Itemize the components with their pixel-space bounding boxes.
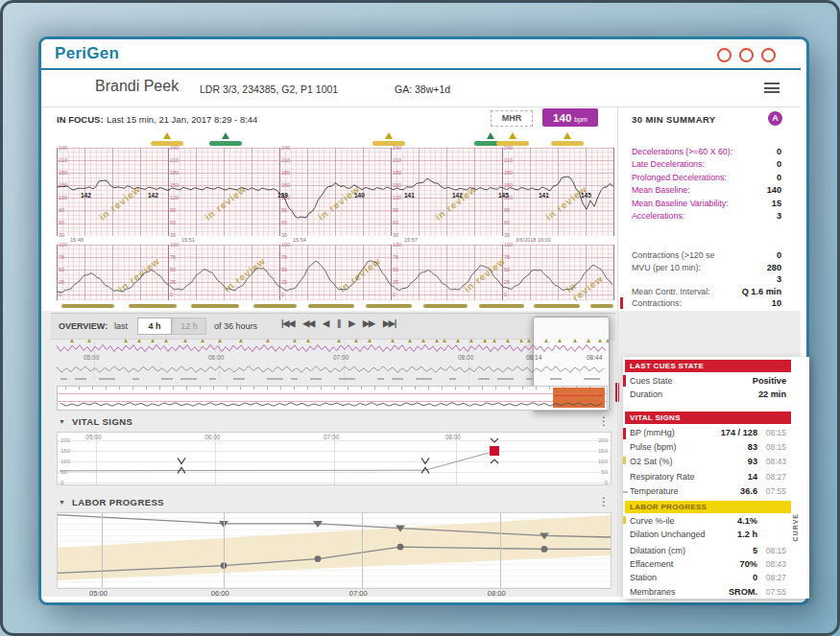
nav-skip-start-button[interactable]: |◀◀ <box>281 318 294 328</box>
range-4h-button[interactable]: 4 h <box>137 318 172 335</box>
lp-time-label: 07:00 <box>349 589 368 598</box>
labor-row-value: SROM. <box>652 587 757 597</box>
desktop-background: PeriGen Brandi Peek LDR 3/3, 234385, G2,… <box>0 0 840 636</box>
vitals-row-time: 08:15 <box>757 442 786 452</box>
main-content: IN FOCUS:Last 15 min, 21 Jan, 2017 8:29 … <box>41 107 801 597</box>
contraction-duration-bar <box>191 304 239 308</box>
dash-status-marker <box>623 491 628 493</box>
lp-gridline <box>500 513 501 588</box>
toco-strip-chart: 1007550250100755025010075502501007550250… <box>57 245 613 300</box>
fhr-baseline-value: 139 <box>277 192 288 199</box>
fhr-baseline-value: 141 <box>404 192 415 199</box>
vitals-row-time: 08:43 <box>757 457 786 466</box>
cues-row-label: Duration <box>630 389 662 399</box>
window-control-button[interactable] <box>717 48 732 62</box>
strip-time-label: 15:57 <box>404 237 418 243</box>
vital-signs-section-header[interactable]: ▼VITAL SIGNS⋮ <box>51 414 615 430</box>
toco-trace <box>57 245 613 300</box>
overview-strip[interactable]: 05:0006:0007:0008:0008:1408:44 <box>51 338 615 411</box>
contraction-duration-bar <box>308 304 354 308</box>
collapse-chevron-icon: ▼ <box>59 418 65 425</box>
lp-time-label: 05:00 <box>89 589 108 598</box>
window-control-button[interactable] <box>761 48 776 62</box>
contraction-duration-bar <box>61 304 114 308</box>
bpm-unit: bpm <box>574 110 588 129</box>
summary-row-value: Q 1.6 min <box>676 287 781 296</box>
vitals-row-value: 14 <box>652 472 757 482</box>
app-logo: PeriGen <box>55 44 119 63</box>
window-control-button[interactable] <box>739 48 754 62</box>
strip-panel-divider <box>613 148 614 236</box>
cues-row-value: Positive <box>681 376 786 386</box>
title-bar: PeriGen <box>41 39 801 70</box>
contraction-duration-bar <box>479 304 524 308</box>
contraction-duration-bar <box>253 304 297 308</box>
vitals-row-time: 08:27 <box>757 472 786 482</box>
summary-row-value: 15 <box>676 199 781 208</box>
labor-progress-section-header[interactable]: ▼LABOR PROGRESS⋮ <box>51 495 615 510</box>
fhr-baseline-value: 142 <box>452 192 463 199</box>
patient-name: Brandi Peek <box>95 78 179 95</box>
event-marker-bar <box>209 141 242 146</box>
fhr-baseline-value: 140 <box>354 192 365 199</box>
summary-row-value: 0 <box>676 147 781 156</box>
lp-time-label: 08:00 <box>488 589 506 598</box>
contraction-alert-bar <box>620 297 623 309</box>
strip-time-label: 15:54 <box>293 237 306 243</box>
labor-row-value: 1.2 h <box>652 530 757 539</box>
strip-time-label: 15:51 <box>181 237 195 243</box>
contraction-duration-bar <box>423 304 468 308</box>
lp-time-label: 06:00 <box>211 589 229 598</box>
patient-gestational-age: GA: 38w+1d <box>395 83 450 95</box>
mhr-button[interactable]: MHR <box>491 110 533 127</box>
overview-toolbar: OVERVIEW:last4 h12 hof 36 hours|◀◀◀◀◀||▶… <box>51 313 615 340</box>
vital-signs-section-menu-icon[interactable]: ⋮ <box>598 414 610 428</box>
labor-panel-banner: LABOR PROGRESS <box>625 501 791 513</box>
auto-analysis-badge[interactable]: A <box>768 111 782 126</box>
vitals-row-value: 174 / 128 <box>652 428 757 437</box>
nav-skip-end-button[interactable]: ▶▶| <box>383 318 396 328</box>
alert-triangle-icon <box>564 132 571 139</box>
summary-row-value: 0 <box>676 250 781 260</box>
range-12h-button[interactable]: 12 h <box>172 318 206 335</box>
nav-step-forward-button[interactable]: ▶ <box>348 318 354 328</box>
acceleration-triangle-icon <box>487 132 494 139</box>
overview-of-label: of 36 hours <box>214 321 257 331</box>
overview-last-label: last <box>114 321 128 331</box>
contraction-duration-bar <box>129 304 177 308</box>
band-trace <box>58 387 607 410</box>
event-marker-row <box>57 132 613 148</box>
fhr-baseline-value: 142 <box>81 192 91 199</box>
red-status-marker <box>623 428 626 439</box>
labor-progress-section-title: LABOR PROGRESS <box>72 497 164 507</box>
contraction-duration-bar <box>366 304 412 308</box>
summary-row-value: 280 <box>676 263 781 272</box>
lp-gridline <box>102 513 103 588</box>
summary-title: 30 MIN SUMMARY <box>632 114 716 125</box>
vitals-row-value: 83 <box>652 442 757 452</box>
acceleration-triangle-icon <box>222 132 229 139</box>
labor-row-value: 0 <box>652 573 757 582</box>
strip-time-label: 3/6/2018 16:00 <box>516 237 551 243</box>
contraction-duration-bar <box>590 304 613 308</box>
labor-row-value: 70% <box>652 559 757 569</box>
contraction-duration-bar <box>534 304 580 308</box>
lp-gridline <box>224 513 225 588</box>
vitals-row-value: 36.6 <box>652 486 757 496</box>
labor-row-value: 4.1% <box>652 516 757 526</box>
summary-row-value: 140 <box>676 185 781 195</box>
nav-rewind-button[interactable]: ◀◀ <box>302 318 314 328</box>
cues-row-label: Cues State <box>630 376 673 386</box>
summary-row-value: 10 <box>676 298 781 308</box>
overview-nav-controls: |◀◀◀◀◀||▶▶▶▶▶| <box>281 318 396 328</box>
fhr-baseline-value: 145 <box>498 192 509 199</box>
labor-progress-section-menu-icon[interactable]: ⋮ <box>598 495 610 508</box>
yellow-status-marker <box>623 457 626 464</box>
overview-title: OVERVIEW: <box>59 321 108 331</box>
strip-time-row: 15:4815:5115:5415:573/6/2018 16:00 <box>57 236 613 245</box>
nav-step-back-button[interactable]: ◀ <box>323 318 328 328</box>
summary-row-value: 3 <box>676 211 781 221</box>
nav-forward-button[interactable]: ▶▶ <box>363 318 374 328</box>
nav-pause-button[interactable]: || <box>337 318 340 328</box>
menu-icon[interactable] <box>764 82 780 94</box>
